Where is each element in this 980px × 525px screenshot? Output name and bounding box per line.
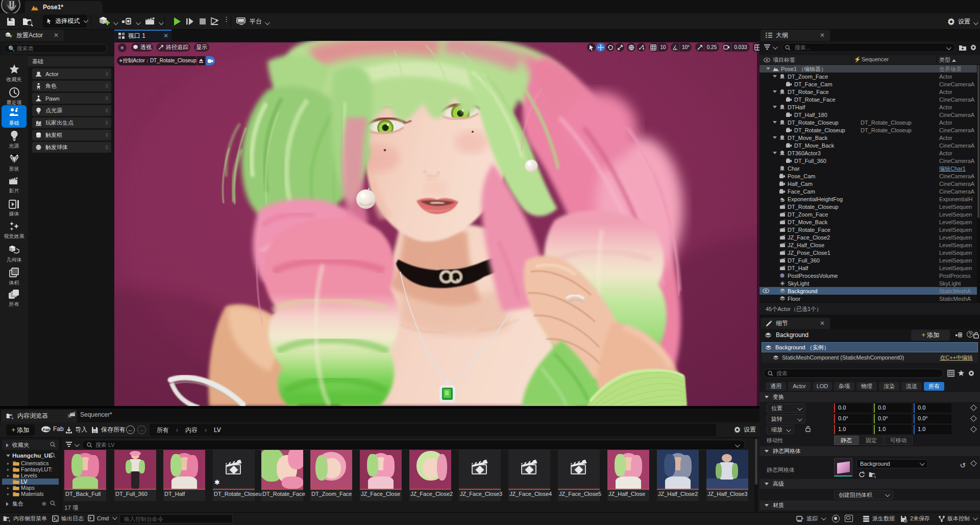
svg-text:Fab: Fab: [43, 427, 50, 432]
